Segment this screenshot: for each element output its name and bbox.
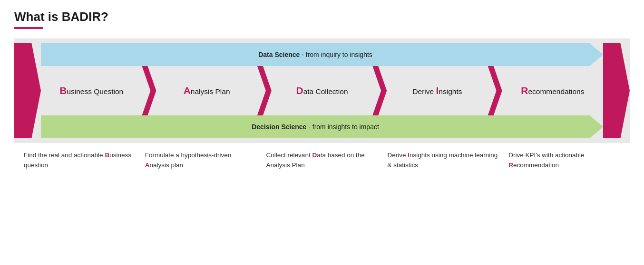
- desc-I: Derive Insights using machine learning &…: [382, 151, 504, 170]
- segment-I: Derive Insights: [387, 66, 488, 115]
- segment-I-text: Derive Insights: [412, 85, 462, 97]
- diagram-inner: Data Science - from inquiry to insights …: [41, 43, 603, 138]
- decision-science-arrow: Decision Science - from insights to impa…: [41, 115, 590, 138]
- letter-I: I: [436, 85, 439, 96]
- chevron-3: [372, 66, 387, 115]
- highlight-B: B: [105, 151, 109, 159]
- segment-R-text: Recommendations: [521, 85, 584, 97]
- chevron-4: [488, 66, 502, 115]
- chevron-2: [257, 66, 272, 115]
- desc-A: Formulate a hypothesis-driven Analysis p…: [140, 151, 262, 170]
- title-underline: [14, 27, 43, 29]
- decision-science-label: Decision Science - from insights to impa…: [252, 123, 379, 131]
- data-science-bold: Data Science: [258, 51, 300, 58]
- outer-right-chevron: [603, 43, 630, 138]
- chevron-1: [142, 66, 156, 115]
- letter-A: A: [184, 85, 191, 96]
- page-title: What is BADIR?: [14, 9, 630, 24]
- highlight-I: I: [408, 151, 410, 159]
- segment-B: Business Question: [41, 66, 142, 115]
- desc-R: Drive KPI's with actionable Recommendati…: [504, 151, 625, 170]
- outer-left-chevron: [14, 43, 41, 138]
- decision-science-rest: - from insights to impact: [306, 123, 379, 131]
- data-science-label: Data Science - from inquiry to insights: [258, 51, 372, 58]
- segment-R: Recommendations: [502, 66, 603, 115]
- segments-row: Business Question Analysis Plan Data Col…: [41, 66, 603, 115]
- desc-D: Collect relevant Data based on the Analy…: [262, 151, 383, 170]
- letter-R: R: [521, 85, 528, 96]
- highlight-R: R: [508, 161, 513, 169]
- letter-B: B: [59, 85, 67, 96]
- segment-A-text: Analysis Plan: [184, 85, 230, 97]
- badir-diagram: Data Science - from inquiry to insights …: [14, 38, 630, 143]
- decision-science-bold: Decision Science: [252, 123, 306, 131]
- segment-B-text: Business Question: [59, 85, 123, 97]
- highlight-A: A: [145, 161, 150, 169]
- descriptions-row: Find the real and actionable Business qu…: [14, 151, 630, 170]
- highlight-D: D: [312, 151, 317, 159]
- letter-D: D: [296, 85, 303, 96]
- segment-D: Data Collection: [272, 66, 372, 115]
- segment-A: Analysis Plan: [156, 66, 257, 115]
- segment-D-text: Data Collection: [296, 85, 348, 97]
- data-science-rest: - from inquiry to insights: [300, 51, 372, 58]
- desc-B: Find the real and actionable Business qu…: [19, 151, 140, 170]
- data-science-arrow: Data Science - from inquiry to insights: [41, 43, 590, 66]
